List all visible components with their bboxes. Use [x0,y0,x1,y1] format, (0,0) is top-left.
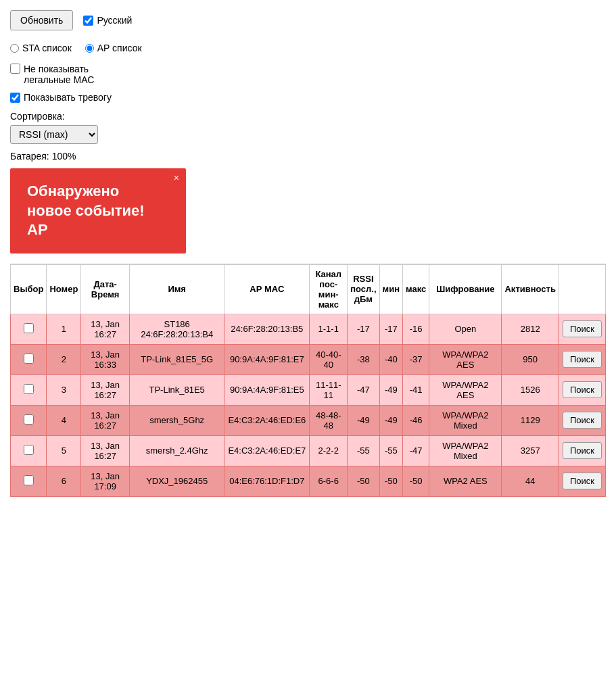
search-button-2[interactable]: Поиск [563,381,602,398]
alert-close-button[interactable]: × [174,172,179,183]
cell-select [11,344,47,375]
cell-select [11,314,47,344]
cell-rssi: -49 [348,405,379,435]
ap-radio[interactable] [85,44,94,53]
cell-action: Поиск [559,435,605,466]
table-row: 3 13, Jan 16:27 TP-Link_81E5 90:9A:4A:9F… [11,375,606,405]
cell-encryption: WPA/WPA2 AES [429,375,502,405]
col-action [559,264,605,314]
cell-mac: 90:9A:4A:9F:81:E5 [224,375,310,405]
hide-mac-group: Не показыватьлегальные МАС [10,64,606,85]
search-button-5[interactable]: Поиск [563,473,602,489]
cell-min: -55 [379,435,402,466]
cell-num: 5 [47,435,81,466]
search-button-0[interactable]: Поиск [563,320,602,337]
cell-datetime: 13, Jan 16:33 [81,344,130,375]
russian-checkbox[interactable] [83,16,93,26]
sta-radio-label[interactable]: STA список [10,43,72,53]
cell-max: -41 [403,375,429,405]
cell-action: Поиск [559,314,605,344]
col-num: Номер [47,264,81,314]
table-row: 5 13, Jan 16:27 smersh_2.4Ghz E4:C3:2A:4… [11,435,606,466]
cell-select [11,435,47,466]
show-alarm-text: Показывать тревогу [24,92,112,103]
search-button-4[interactable]: Поиск [563,442,602,459]
cell-activity: 3257 [502,435,559,466]
cell-rssi: -47 [348,375,379,405]
col-mac: АР МАС [224,264,310,314]
hide-mac-label[interactable]: Не показыватьлегальные МАС [10,64,606,85]
battery-info: Батарея: 100% [10,151,606,162]
cell-action: Поиск [559,375,605,405]
cell-channel: 40-40-40 [310,344,348,375]
ap-table: Выбор Номер Дата-Время Имя АР МАС Каналп… [10,264,606,497]
cell-action: Поиск [559,466,605,496]
russian-checkbox-label[interactable]: Русский [83,15,132,26]
cell-encryption: WPA/WPA2 AES [429,344,502,375]
table-header-row: Выбор Номер Дата-Время Имя АР МАС Каналп… [11,264,606,314]
cell-datetime: 13, Jan 16:27 [81,375,130,405]
sort-section: Сортировка: RSSI (max) RSSI (min) Номер … [10,111,606,144]
col-channel: Каналпос-мин-макс [310,264,348,314]
cell-datetime: 13, Jan 16:27 [81,435,130,466]
cell-min: -49 [379,375,402,405]
row-checkbox-4[interactable] [24,445,34,455]
cell-encryption: WPA/WPA2 Mixed [429,435,502,466]
table-row: 6 13, Jan 17:09 YDXJ_1962455 04:E6:76:1D… [11,466,606,496]
cell-num: 1 [47,314,81,344]
col-name: Имя [129,264,224,314]
cell-action: Поиск [559,405,605,435]
row-checkbox-2[interactable] [24,384,34,394]
col-min: мин [379,264,402,314]
cell-mac: 04:E6:76:1D:F1:D7 [224,466,310,496]
table-row: 1 13, Jan 16:27 ST186 24:6F:28:20:13:B4 … [11,314,606,344]
cell-max: -47 [403,435,429,466]
cell-rssi: -50 [348,466,379,496]
cell-min: -50 [379,466,402,496]
ap-radio-text: AP список [97,43,142,53]
ap-radio-label[interactable]: AP список [85,43,142,53]
row-checkbox-5[interactable] [24,475,34,485]
cell-encryption: WPA2 AES [429,466,502,496]
col-select: Выбор [11,264,47,314]
top-bar: Обновить Русский [10,10,606,30]
cell-channel: 48-48-48 [310,405,348,435]
col-max: макс [403,264,429,314]
cell-rssi: -17 [348,314,379,344]
show-alarm-group: Показывать тревогу [10,92,606,103]
row-checkbox-3[interactable] [24,414,34,425]
cell-num: 3 [47,375,81,405]
list-type-radio-group: STA список AP список [10,43,606,53]
row-checkbox-1[interactable] [24,354,34,364]
cell-action: Поиск [559,344,605,375]
cell-mac: E4:C3:2A:46:ED:E7 [224,435,310,466]
cell-num: 4 [47,405,81,435]
col-activity: Активность [502,264,559,314]
cell-mac: E4:C3:2A:46:ED:E6 [224,405,310,435]
cell-min: -17 [379,314,402,344]
search-button-1[interactable]: Поиск [563,351,602,368]
cell-channel: 2-2-2 [310,435,348,466]
cell-activity: 1129 [502,405,559,435]
cell-channel: 6-6-6 [310,466,348,496]
cell-name: smersh_2.4Ghz [129,435,224,466]
sta-radio[interactable] [10,44,19,53]
cell-datetime: 13, Jan 16:27 [81,314,130,344]
show-alarm-checkbox[interactable] [10,93,20,103]
refresh-button[interactable]: Обновить [10,10,73,30]
cell-rssi: -55 [348,435,379,466]
sort-label: Сортировка: [10,111,606,122]
cell-num: 6 [47,466,81,496]
row-checkbox-0[interactable] [24,323,34,333]
table-row: 4 13, Jan 16:27 smersh_5Ghz E4:C3:2A:46:… [11,405,606,435]
cell-min: -49 [379,405,402,435]
cell-activity: 1526 [502,375,559,405]
alert-text: Обнаруженоновое событие!АР [27,182,169,240]
hide-mac-checkbox[interactable] [10,64,20,74]
cell-name: YDXJ_1962455 [129,466,224,496]
show-alarm-label[interactable]: Показывать тревогу [10,92,606,103]
search-button-3[interactable]: Поиск [563,412,602,429]
cell-activity: 2812 [502,314,559,344]
sort-select[interactable]: RSSI (max) RSSI (min) Номер Дата [10,125,98,144]
cell-max: -37 [403,344,429,375]
